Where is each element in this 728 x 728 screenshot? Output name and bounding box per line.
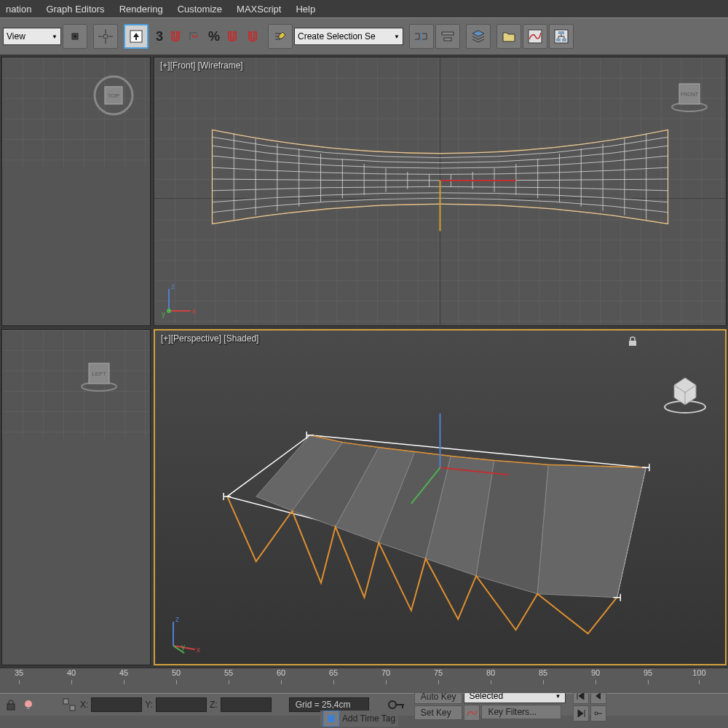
key-filters-button[interactable]: Key Filters... <box>481 705 561 719</box>
timeline-tick: 85 <box>539 668 547 677</box>
timeline-tick: 45 <box>119 668 128 677</box>
schematic-view-button[interactable] <box>549 24 574 49</box>
snap-angle-button[interactable] <box>186 27 205 46</box>
svg-point-78 <box>25 700 32 708</box>
viewport-label[interactable]: [+][Front] [Wireframe] <box>160 60 243 71</box>
curve-icon <box>527 28 543 44</box>
lock-icon[interactable] <box>628 336 638 347</box>
svg-rect-62 <box>2 330 151 439</box>
svg-point-60 <box>167 309 171 313</box>
menu-help[interactable]: Help <box>296 4 315 15</box>
viewport-top[interactable]: TOP <box>1 57 151 326</box>
svg-rect-15 <box>558 31 564 34</box>
svg-rect-80 <box>63 699 68 704</box>
viewport-left[interactable]: LEFT <box>1 329 151 665</box>
lock-selection-icon[interactable] <box>3 697 19 713</box>
add-time-tag-label[interactable]: Add Time Tag <box>342 713 395 724</box>
menu-graph-editors[interactable]: Graph Editors <box>46 4 104 15</box>
select-manipulate-button[interactable] <box>93 24 118 49</box>
viewport-grid <box>154 58 726 325</box>
bulb-icon[interactable] <box>20 697 36 713</box>
svg-text:z: z <box>175 615 179 623</box>
x-input[interactable] <box>91 697 142 712</box>
folder-icon <box>501 28 517 44</box>
mirror-icon <box>413 28 430 45</box>
svg-rect-11 <box>442 32 454 35</box>
timeline-tick: 95 <box>644 668 652 677</box>
svg-rect-88 <box>328 715 335 722</box>
timeline-tick: 35 <box>15 668 23 677</box>
svg-rect-79 <box>27 707 30 709</box>
z-input[interactable] <box>221 697 272 712</box>
magnet-icon <box>245 29 260 44</box>
key-icon <box>387 697 404 712</box>
goto-end-icon[interactable] <box>573 705 589 721</box>
menu-bar: nation Graph Editors Rendering Customize… <box>0 0 728 17</box>
svg-rect-16 <box>556 39 561 41</box>
menu-maxscript[interactable]: MAXScript <box>237 4 281 15</box>
mirror-button[interactable] <box>409 24 434 49</box>
align-button[interactable] <box>435 24 460 49</box>
layers-icon <box>470 28 486 44</box>
set-key-button[interactable]: Set Key <box>414 705 463 720</box>
timeline[interactable]: 35 40 45 50 55 60 65 70 75 80 85 90 95 1… <box>0 667 728 693</box>
manipulate-icon <box>98 29 113 44</box>
z-label: Z: <box>208 700 219 710</box>
timeline-ruler[interactable]: 35 40 45 50 55 60 65 70 75 80 85 90 95 1… <box>15 668 713 690</box>
axis-gizmo: z x y <box>162 282 198 318</box>
svg-text:y: y <box>181 643 185 651</box>
timeline-tick: 65 <box>329 668 338 677</box>
timeline-tick: 40 <box>67 668 76 677</box>
viewports-container: TOP [+][Front] [Wireframe] <box>0 55 728 667</box>
timeline-tick: 70 <box>381 668 390 677</box>
status-bar: X: Y: Z: Grid = 25,4cm Auto Key Set Key … <box>0 693 728 716</box>
layers-button[interactable] <box>466 24 491 49</box>
svg-rect-76 <box>629 341 636 346</box>
curve-editor-button[interactable] <box>523 24 547 49</box>
tag-icon[interactable] <box>323 711 339 727</box>
main-toolbar: View 3 % Create Selection Se <box>0 17 728 55</box>
arrow-up-icon <box>129 29 143 44</box>
viewport-grid <box>2 330 151 439</box>
viewcube-left[interactable]: LEFT <box>77 352 121 395</box>
spinner-snap-button[interactable] <box>243 27 262 46</box>
y-input[interactable] <box>156 697 207 712</box>
viewport-perspective[interactable]: [+][Perspective] [Shaded] <box>154 329 727 665</box>
percent-label: % <box>207 29 221 44</box>
edit-named-selection-button[interactable] <box>268 24 293 49</box>
viewport-front[interactable]: [+][Front] [Wireframe] <box>154 57 727 326</box>
viewport-content <box>155 331 725 662</box>
angle-magnet-icon <box>188 28 204 44</box>
pivot-center-button[interactable] <box>63 24 87 49</box>
svg-text:y: y <box>162 310 165 318</box>
snap-percent-button[interactable] <box>223 27 242 46</box>
reference-coord-dropdown[interactable]: View <box>3 28 61 45</box>
viewport-label[interactable]: [+][Perspective] [Shaded] <box>161 333 258 344</box>
menu-animation[interactable]: nation <box>6 4 31 15</box>
menu-customize[interactable]: Customize <box>178 4 222 15</box>
open-button[interactable] <box>496 24 521 49</box>
svg-text:x: x <box>192 307 196 315</box>
snap-toggle-1[interactable] <box>166 27 185 46</box>
timeline-tick: 60 <box>277 668 285 677</box>
svg-text:LEFT: LEFT <box>92 371 106 377</box>
key-curve-icon[interactable] <box>464 705 480 721</box>
viewcube-front[interactable]: FRONT <box>668 72 711 116</box>
menu-rendering[interactable]: Rendering <box>119 4 163 15</box>
transform-type-icon[interactable] <box>61 697 77 713</box>
pencil-list-icon <box>273 29 288 44</box>
key-mode-toggle-icon[interactable] <box>590 705 606 721</box>
spinner-value: 3 <box>154 29 165 44</box>
named-selection-dropdown[interactable]: Create Selection Se <box>294 28 403 45</box>
timeline-tick: 55 <box>224 668 233 677</box>
viewcube-perspective[interactable] <box>660 367 711 418</box>
viewcube-top[interactable]: TOP <box>92 72 135 116</box>
timeline-tick: 100 <box>692 668 705 677</box>
x-label: X: <box>79 700 90 710</box>
svg-rect-12 <box>444 38 451 41</box>
svg-text:z: z <box>171 282 175 290</box>
timeline-tick: 90 <box>591 668 600 677</box>
timeline-tick: 80 <box>486 668 495 677</box>
keyboard-shortcut-toggle[interactable] <box>124 24 149 49</box>
magnet-icon <box>225 29 240 44</box>
